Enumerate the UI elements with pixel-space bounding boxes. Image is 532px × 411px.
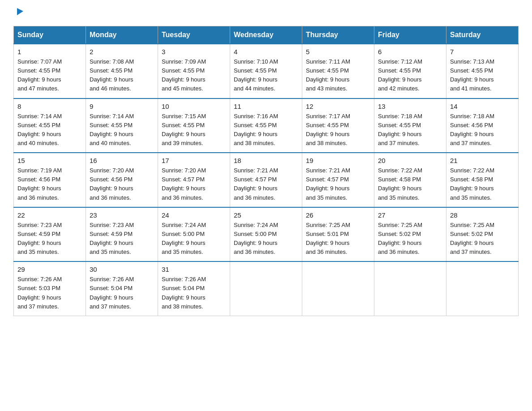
day-info: Sunrise: 7:07 AMSunset: 4:55 PMDaylight:… [17,57,82,94]
col-wednesday: Wednesday [230,26,302,44]
table-row: 7Sunrise: 7:13 AMSunset: 4:55 PMDaylight… [446,44,519,98]
day-number: 19 [306,157,370,164]
day-info: Sunrise: 7:24 AMSunset: 5:00 PMDaylight:… [162,221,226,257]
col-monday: Monday [86,26,158,44]
table-row: 31Sunrise: 7:26 AMSunset: 5:04 PMDayligh… [158,261,230,316]
day-info: Sunrise: 7:18 AMSunset: 4:56 PMDaylight:… [450,112,515,148]
day-info: Sunrise: 7:25 AMSunset: 5:02 PMDaylight:… [378,221,442,257]
day-info: Sunrise: 7:14 AMSunset: 4:55 PMDaylight:… [90,112,154,148]
day-info: Sunrise: 7:26 AMSunset: 5:04 PMDaylight:… [90,275,154,311]
day-info: Sunrise: 7:12 AMSunset: 4:55 PMDaylight:… [378,57,442,94]
table-row: 25Sunrise: 7:24 AMSunset: 5:00 PMDayligh… [230,207,302,262]
day-info: Sunrise: 7:23 AMSunset: 4:59 PMDaylight:… [90,221,154,257]
day-number: 1 [17,48,82,56]
day-info: Sunrise: 7:09 AMSunset: 4:55 PMDaylight:… [162,57,226,94]
calendar-table: Sunday Monday Tuesday Wednesday Thursday… [13,26,519,316]
calendar-week-row: 8Sunrise: 7:14 AMSunset: 4:55 PMDaylight… [14,98,519,153]
day-info: Sunrise: 7:24 AMSunset: 5:00 PMDaylight:… [234,221,298,257]
day-number: 3 [162,48,226,56]
logo [13,9,24,18]
day-number: 18 [234,157,298,164]
day-number: 23 [90,211,154,219]
table-row: 27Sunrise: 7:25 AMSunset: 5:02 PMDayligh… [374,207,446,262]
day-number: 21 [450,157,515,164]
table-row: 15Sunrise: 7:19 AMSunset: 4:56 PMDayligh… [14,153,86,207]
day-number: 6 [378,48,442,56]
table-row [374,261,446,316]
day-info: Sunrise: 7:17 AMSunset: 4:55 PMDaylight:… [306,112,370,148]
table-row: 18Sunrise: 7:21 AMSunset: 4:57 PMDayligh… [230,153,302,207]
day-info: Sunrise: 7:25 AMSunset: 5:01 PMDaylight:… [306,221,370,257]
table-row: 9Sunrise: 7:14 AMSunset: 4:55 PMDaylight… [86,98,158,153]
day-info: Sunrise: 7:13 AMSunset: 4:55 PMDaylight:… [450,57,515,94]
day-number: 16 [90,157,154,164]
table-row: 16Sunrise: 7:20 AMSunset: 4:56 PMDayligh… [86,153,158,207]
page-header [13,9,519,18]
day-number: 22 [17,211,82,219]
table-row [446,261,519,316]
table-row: 26Sunrise: 7:25 AMSunset: 5:01 PMDayligh… [302,207,374,262]
table-row: 10Sunrise: 7:15 AMSunset: 4:55 PMDayligh… [158,98,230,153]
day-number: 29 [17,265,82,273]
svg-marker-0 [17,8,23,15]
col-thursday: Thursday [302,26,374,44]
day-info: Sunrise: 7:21 AMSunset: 4:57 PMDaylight:… [306,166,370,202]
day-number: 8 [17,103,82,110]
day-number: 9 [90,103,154,110]
day-info: Sunrise: 7:22 AMSunset: 4:58 PMDaylight:… [378,166,442,202]
day-info: Sunrise: 7:25 AMSunset: 5:02 PMDaylight:… [450,221,515,257]
day-info: Sunrise: 7:14 AMSunset: 4:55 PMDaylight:… [17,112,82,148]
day-info: Sunrise: 7:20 AMSunset: 4:56 PMDaylight:… [90,166,154,202]
col-saturday: Saturday [446,26,519,44]
day-number: 24 [162,211,226,219]
day-number: 28 [450,211,515,219]
day-info: Sunrise: 7:19 AMSunset: 4:56 PMDaylight:… [17,166,82,202]
day-number: 13 [378,103,442,110]
day-info: Sunrise: 7:15 AMSunset: 4:55 PMDaylight:… [162,112,226,148]
day-info: Sunrise: 7:26 AMSunset: 5:03 PMDaylight:… [17,275,82,311]
table-row: 14Sunrise: 7:18 AMSunset: 4:56 PMDayligh… [446,98,519,153]
day-number: 5 [306,48,370,56]
calendar-week-row: 22Sunrise: 7:23 AMSunset: 4:59 PMDayligh… [14,207,519,262]
table-row: 6Sunrise: 7:12 AMSunset: 4:55 PMDaylight… [374,44,446,98]
table-row [230,261,302,316]
day-number: 2 [90,48,154,56]
day-number: 15 [17,157,82,164]
day-info: Sunrise: 7:26 AMSunset: 5:04 PMDaylight:… [162,275,226,311]
day-number: 25 [234,211,298,219]
col-sunday: Sunday [14,26,86,44]
col-tuesday: Tuesday [158,26,230,44]
table-row: 21Sunrise: 7:22 AMSunset: 4:58 PMDayligh… [446,153,519,207]
calendar-week-row: 15Sunrise: 7:19 AMSunset: 4:56 PMDayligh… [14,153,519,207]
table-row: 1Sunrise: 7:07 AMSunset: 4:55 PMDaylight… [14,44,86,98]
table-row: 4Sunrise: 7:10 AMSunset: 4:55 PMDaylight… [230,44,302,98]
day-info: Sunrise: 7:16 AMSunset: 4:55 PMDaylight:… [234,112,298,148]
day-info: Sunrise: 7:23 AMSunset: 4:59 PMDaylight:… [17,221,82,257]
calendar-header-row: Sunday Monday Tuesday Wednesday Thursday… [14,26,519,44]
table-row: 28Sunrise: 7:25 AMSunset: 5:02 PMDayligh… [446,207,519,262]
day-info: Sunrise: 7:22 AMSunset: 4:58 PMDaylight:… [450,166,515,202]
calendar-week-row: 29Sunrise: 7:26 AMSunset: 5:03 PMDayligh… [14,261,519,316]
day-number: 27 [378,211,442,219]
day-info: Sunrise: 7:20 AMSunset: 4:57 PMDaylight:… [162,166,226,202]
day-number: 30 [90,265,154,273]
table-row: 13Sunrise: 7:18 AMSunset: 4:55 PMDayligh… [374,98,446,153]
day-number: 17 [162,157,226,164]
table-row [302,261,374,316]
day-number: 4 [234,48,298,56]
day-number: 11 [234,103,298,110]
table-row: 2Sunrise: 7:08 AMSunset: 4:55 PMDaylight… [86,44,158,98]
day-info: Sunrise: 7:21 AMSunset: 4:57 PMDaylight:… [234,166,298,202]
calendar-week-row: 1Sunrise: 7:07 AMSunset: 4:55 PMDaylight… [14,44,519,98]
day-info: Sunrise: 7:18 AMSunset: 4:55 PMDaylight:… [378,112,442,148]
day-number: 10 [162,103,226,110]
table-row: 20Sunrise: 7:22 AMSunset: 4:58 PMDayligh… [374,153,446,207]
col-friday: Friday [374,26,446,44]
table-row: 12Sunrise: 7:17 AMSunset: 4:55 PMDayligh… [302,98,374,153]
day-number: 31 [162,265,226,273]
table-row: 8Sunrise: 7:14 AMSunset: 4:55 PMDaylight… [14,98,86,153]
day-number: 14 [450,103,515,110]
day-info: Sunrise: 7:11 AMSunset: 4:55 PMDaylight:… [306,57,370,94]
table-row: 19Sunrise: 7:21 AMSunset: 4:57 PMDayligh… [302,153,374,207]
table-row: 22Sunrise: 7:23 AMSunset: 4:59 PMDayligh… [14,207,86,262]
